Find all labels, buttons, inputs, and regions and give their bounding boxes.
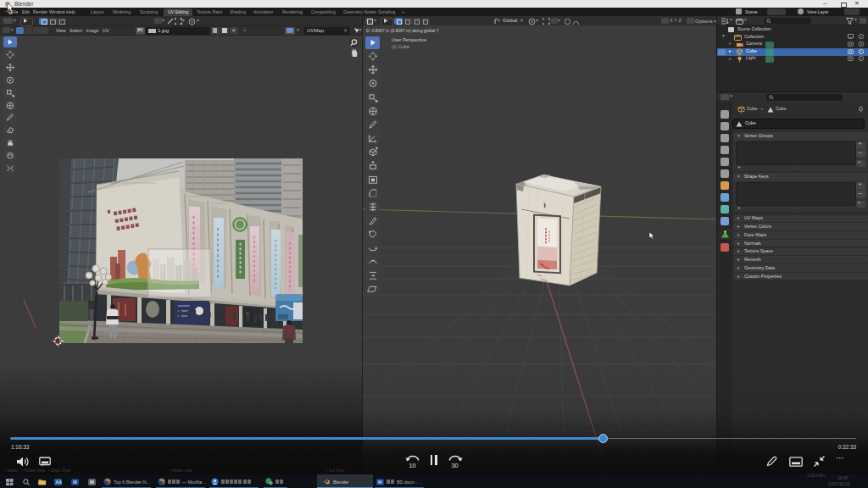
svg-text:10: 10 [409, 462, 416, 469]
svg-text:30: 30 [452, 462, 459, 469]
